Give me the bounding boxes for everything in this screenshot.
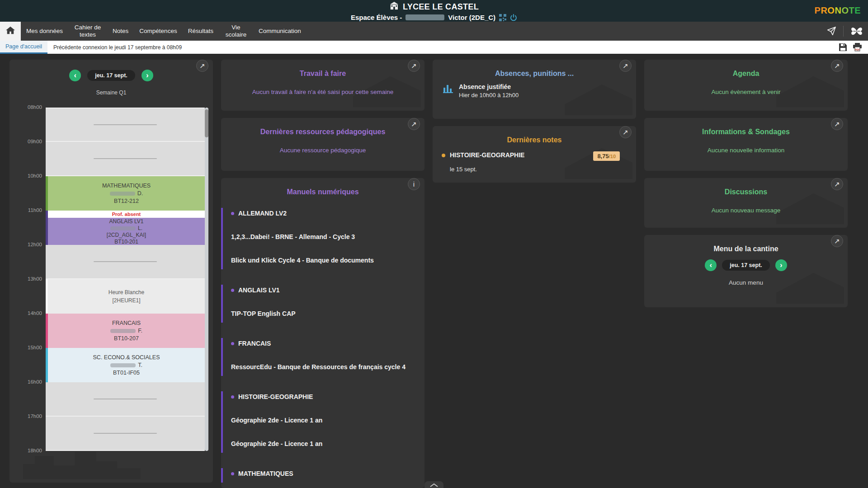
hour-label: 13h00 xyxy=(9,276,42,282)
bullet-icon xyxy=(231,212,234,215)
canteen-date-pill[interactable]: jeu. 17 sept. xyxy=(722,260,770,271)
card-title: Travail à faire xyxy=(221,60,425,78)
tab-home[interactable] xyxy=(0,22,21,41)
hour-label: 15h00 xyxy=(9,345,42,350)
homework-card: ↗ Travail à faire Aucun travail à faire … xyxy=(221,60,425,111)
homework-expand-button[interactable]: ↗ xyxy=(408,60,420,72)
absence-item[interactable]: Absence justifiée Hier de 10h00 à 12h00 xyxy=(433,83,636,99)
card-title: Informations & Sondages xyxy=(644,118,848,136)
hour-label: 17h00 xyxy=(9,413,42,419)
logout-power-icon[interactable] xyxy=(510,14,517,21)
week-label: Semaine Q1 xyxy=(9,89,213,96)
latest-grades-card: ↗ Dernières notes HISTOIRE-GEOGRAPHIE le… xyxy=(433,126,636,183)
infos-expand-button[interactable]: ↗ xyxy=(831,118,843,130)
lesson-francais[interactable]: FRANCAIS F. BT10-207 xyxy=(46,314,205,348)
hour-label: 11h00 xyxy=(9,207,42,213)
manuals-list: ALLEMAND LV2 1,2,3...Dabei! - BRNE - All… xyxy=(221,208,425,483)
svg-text:PDF: PDF xyxy=(855,48,860,51)
hour-label: 10h00 xyxy=(9,173,42,178)
next-day-button[interactable]: › xyxy=(142,70,153,81)
discussions-expand-button[interactable]: ↗ xyxy=(831,178,843,190)
timetable-expand-button[interactable]: ↗ xyxy=(196,60,208,72)
last-connection-text: Précédente connexion le jeudi 17 septemb… xyxy=(53,44,182,51)
lesson-group: [2CD_AGL_KAI] xyxy=(48,232,205,238)
tab-communication[interactable]: Communication xyxy=(253,22,307,41)
agenda-card: ↗ Agenda Aucun évènement à venir xyxy=(644,60,848,111)
collapse-panel-button[interactable] xyxy=(425,481,443,488)
lesson-heure-blanche[interactable]: Heure Blanche [2HEURE1] xyxy=(46,279,205,314)
tab-vie-scolaire[interactable]: Vie scolaire xyxy=(219,22,253,41)
chevron-right-icon: › xyxy=(780,261,783,270)
agenda-expand-button[interactable]: ↗ xyxy=(831,60,843,72)
lesson-teacher: L. xyxy=(48,225,205,231)
butterfly-icon[interactable] xyxy=(845,22,868,41)
send-message-icon[interactable] xyxy=(821,22,841,41)
card-title: Dernières notes xyxy=(433,126,636,144)
tab-page-accueil[interactable]: Page d'accueil xyxy=(0,41,47,54)
lesson-room: BT10-207 xyxy=(48,335,205,342)
tab-competences[interactable]: Compétences xyxy=(134,22,182,41)
lesson-sciences-eco-sociales[interactable]: SC. ECONO.& SOCIALES T. BT01-IF05 xyxy=(46,348,205,382)
discussions-card: ↗ Discussions Aucun nouveau message xyxy=(644,178,848,228)
redacted-entry xyxy=(94,124,157,125)
bullet-icon xyxy=(231,472,234,475)
app-header: LYCEE LE CASTEL Espace Élèves - Victor (… xyxy=(0,0,868,22)
bullet-icon xyxy=(231,289,234,292)
manual-book-link[interactable]: TIP-TOP English CAP xyxy=(231,310,425,317)
tab-cahier-de-textes[interactable]: Cahier de textes xyxy=(68,22,107,41)
tab-mes-donnees[interactable]: Mes données xyxy=(21,22,68,41)
pdf-print-icon[interactable]: PDF xyxy=(853,43,862,52)
manuals-subject: ALLEMAND LV2 xyxy=(231,210,425,217)
timetable-scrollbar[interactable] xyxy=(205,108,208,451)
school-building-icon xyxy=(389,2,399,12)
timetable-card: ↗ ‹ jeu. 17 sept. › Semaine Q1 08h00 09h… xyxy=(9,60,213,483)
nav-spacer xyxy=(307,22,821,41)
redacted-student-surname xyxy=(406,14,444,20)
qr-code-icon[interactable] xyxy=(499,14,506,21)
lesson-anglais[interactable]: Prof. absent ANGLAIS LV1 L. [2CD_AGL_KAI… xyxy=(46,211,205,245)
card-title: Discussions xyxy=(644,178,848,196)
grades-expand-button[interactable]: ↗ xyxy=(619,126,632,138)
expand-arrow-icon: ↗ xyxy=(834,120,840,128)
tab-notes[interactable]: Notes xyxy=(107,22,134,41)
hour-label: 18h00 xyxy=(9,448,42,453)
save-icon[interactable] xyxy=(839,43,847,51)
tab-resultats[interactable]: Résultats xyxy=(183,22,219,41)
next-day-button[interactable]: › xyxy=(775,259,787,271)
timetable-date-pill[interactable]: jeu. 17 sept. xyxy=(87,70,135,81)
absences-card: ↗ Absences, punitions ... Absence justif… xyxy=(433,60,636,119)
manual-book-link[interactable]: Géographie 2de - Licence 1 an xyxy=(231,417,425,424)
lesson-mathematiques[interactable]: MATHEMATIQUES D. BT12-212 xyxy=(46,176,205,211)
manual-book-link[interactable]: Géographie 2de - Licence 1 an xyxy=(231,440,425,447)
resources-expand-button[interactable]: ↗ xyxy=(408,118,420,130)
manual-book-link[interactable]: Blick und Klick Cycle 4 - Banque de docu… xyxy=(231,257,425,264)
card-title: Agenda xyxy=(644,60,848,78)
grade-subject: HISTOIRE-GEOGRAPHIE xyxy=(450,151,524,159)
manuals-group-francais: FRANCAIS RessourcEdu - Banque de Ressour… xyxy=(221,338,425,376)
school-name: LYCEE LE CASTEL xyxy=(403,2,479,12)
prev-day-button[interactable]: ‹ xyxy=(705,259,717,271)
canteen-expand-button[interactable]: ↗ xyxy=(831,235,843,247)
scrollbar-thumb[interactable] xyxy=(205,109,208,137)
expand-arrow-icon: ↗ xyxy=(834,180,840,188)
discussions-empty-text: Aucun nouveau message xyxy=(644,207,848,214)
manuals-info-button[interactable]: i xyxy=(408,178,420,190)
grade-item[interactable]: HISTOIRE-GEOGRAPHIE le 15 sept. 8,75/10 xyxy=(433,151,636,173)
expand-arrow-icon: ↗ xyxy=(834,62,840,70)
agenda-empty-text: Aucun évènement à venir xyxy=(644,89,848,95)
expand-arrow-icon: ↗ xyxy=(199,62,205,70)
informations-card: ↗ Informations & Sondages Aucune nouvell… xyxy=(644,118,848,171)
manual-book-link[interactable]: RessourcEdu - Banque de Ressources de fr… xyxy=(231,363,425,371)
absences-expand-button[interactable]: ↗ xyxy=(619,60,632,72)
digital-textbooks-card: i Manuels numériques ALLEMAND LV2 1,2,3.… xyxy=(221,178,425,488)
redacted-teacher-name xyxy=(110,363,136,367)
lesson-subject: SC. ECONO.& SOCIALES xyxy=(48,354,205,361)
student-name: Victor (2DE_C) xyxy=(448,14,495,21)
chevron-left-icon: ‹ xyxy=(74,71,76,80)
prev-day-button[interactable]: ‹ xyxy=(69,70,81,81)
canteen-date-nav: ‹ jeu. 17 sept. › xyxy=(644,259,848,271)
column-work: ↗ Travail à faire Aucun travail à faire … xyxy=(221,60,425,488)
manual-book-link[interactable]: 1,2,3...Dabei! - BRNE - Allemand - Cycle… xyxy=(231,233,425,240)
timetable-empty-slot xyxy=(46,382,205,417)
card-title: Manuels numériques xyxy=(221,178,425,196)
